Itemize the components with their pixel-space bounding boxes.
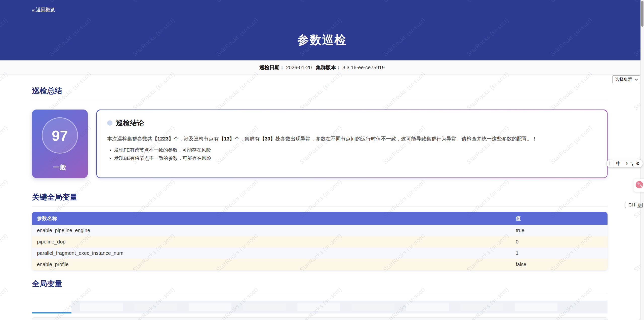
- param-value-cell: 0: [511, 236, 608, 247]
- conclusion-paragraph-segment: 个，涉及巡检节点有: [174, 136, 219, 141]
- conclusion-paragraph-segment: 本次巡检集群参数共: [107, 136, 152, 141]
- column-header-param-name: 参数名称: [32, 212, 511, 225]
- param-value-cell: true: [511, 225, 608, 236]
- table-row: enable_pipeline_enginetrue: [32, 225, 608, 236]
- punctuation-mode-icon[interactable]: °,: [630, 161, 633, 166]
- conclusion-paragraph-segment: 【13】: [219, 136, 234, 141]
- page-title: 参数巡检: [0, 32, 644, 48]
- section-title-summary: 巡检总结: [32, 86, 608, 100]
- conclusion-paragraph-segment: 个，集群有: [234, 136, 260, 141]
- conclusion-panel: 巡检结论 本次巡检集群参数共【1223】个，涉及巡检节点有【13】个，集群有【3…: [97, 110, 607, 177]
- watermark-text: StarRocks (sr-scct): [0, 124, 9, 166]
- moon-icon[interactable]: ☽: [624, 161, 628, 166]
- table-header-row: 参数名称 值: [32, 212, 608, 225]
- score-grade: 一般: [53, 163, 67, 171]
- page-scrollbar-thumb[interactable]: [641, 1, 643, 27]
- score-value: 97: [52, 127, 68, 144]
- tab-placeholder-strip: [71, 301, 608, 313]
- inspection-report-page: « 返回概览 参数巡检 巡检日期：2026-01-20 集群版本：3.3.16-…: [0, 0, 644, 320]
- score-card: 97 一般: [32, 110, 88, 178]
- tab-placeholder[interactable]: [80, 303, 123, 311]
- cluster-select[interactable]: 选择集群: [613, 76, 640, 83]
- tab-placeholder[interactable]: [243, 303, 286, 311]
- watermark-text: StarRocks (sr-scct): [0, 70, 9, 112]
- conclusion-paragraph-segment: 处参数出现异常，参数在不同节点间的运行时值不一致，这可能导致集群行为异常。请检查…: [275, 136, 537, 141]
- translate-en-glyph: A: [640, 184, 642, 188]
- global-vars-code-block: sys_log_roll_interval=DAYtablet_sched_co…: [32, 317, 608, 320]
- conclusion-title: 巡检结论: [116, 118, 144, 128]
- ime-status-bar: CH 拼: [625, 201, 644, 209]
- gear-icon[interactable]: ⚙: [636, 161, 640, 166]
- tab-placeholder[interactable]: [406, 303, 449, 311]
- conclusion-panel-border: 巡检结论 本次巡检集群参数共【1223】个，涉及巡检节点有【13】个，集群有【3…: [96, 110, 608, 178]
- conclusion-bullet: 发现FE有跨节点不一致的参数，可能存在风险: [114, 146, 597, 154]
- param-name-cell: enable_pipeline_engine: [32, 225, 511, 236]
- ime-language-indicator[interactable]: CH: [628, 202, 635, 208]
- watermark-text: StarRocks (sr-scct): [0, 286, 9, 320]
- code-content: sys_log_roll_interval=DAYtablet_sched_co…: [32, 318, 607, 320]
- tab-placeholder[interactable]: [352, 303, 394, 311]
- section-title-global-vars: 全局变量: [32, 279, 608, 293]
- score-circle: 97: [42, 117, 78, 154]
- tab-active[interactable]: [32, 301, 71, 313]
- tab-placeholder[interactable]: [297, 303, 340, 311]
- conclusion-paragraph-segment: 【30】: [260, 136, 275, 141]
- conclusion-paragraph: 本次巡检集群参数共【1223】个，涉及巡检节点有【13】个，集群有【30】处参数…: [107, 135, 597, 143]
- main-content: 巡检总结 97 一般 巡检结论 本次巡检集群参数共【1223】个，涉及巡检节点有…: [32, 86, 608, 320]
- watermark-text: StarRocks (sr-scct): [0, 286, 9, 320]
- ime-chinese-mode-button[interactable]: 中: [616, 161, 621, 166]
- summary-row: 97 一般 巡检结论 本次巡检集群参数共【1223】个，涉及巡检节点有【13】个…: [32, 110, 608, 178]
- global-vars-tabstrip: [32, 301, 608, 313]
- cluster-select-wrap: 选择集群: [613, 76, 640, 83]
- param-name-cell: pipeline_dop: [32, 236, 511, 247]
- key-vars-table: 参数名称 值 enable_pipeline_enginetruepipelin…: [32, 212, 608, 270]
- column-header-value: 值: [511, 212, 608, 225]
- table-row: pipeline_dop0: [32, 236, 608, 247]
- watermark-text: StarRocks (sr-scct): [0, 232, 9, 273]
- conclusion-paragraph-segment: 【1223】: [152, 136, 174, 141]
- translate-button[interactable]: 中 A: [636, 181, 643, 188]
- param-name-cell: enable_profile: [32, 259, 511, 270]
- conclusion-bullet-list: 发现FE有跨节点不一致的参数，可能存在风险发现BE有跨节点不一致的参数，可能存在…: [107, 146, 597, 163]
- conclusion-header: 巡检结论: [107, 118, 597, 128]
- watermark-text: StarRocks (sr-scct): [0, 178, 9, 220]
- drag-grip-icon[interactable]: [625, 202, 626, 208]
- conclusion-bullet: 发现BE有跨节点不一致的参数，可能存在风险: [114, 154, 597, 162]
- cluster-version-label: 集群版本：: [316, 64, 341, 71]
- translate-cn-glyph: 中: [637, 182, 640, 186]
- tab-placeholder[interactable]: [134, 303, 177, 311]
- tab-placeholder[interactable]: [515, 303, 557, 311]
- ime-caret-icon: [607, 161, 613, 165]
- tab-placeholder[interactable]: [460, 303, 503, 311]
- meta-bar: 巡检日期：2026-01-20 集群版本：3.3.16-ee-ce75919: [0, 60, 644, 75]
- param-name-cell: parallel_fragment_exec_instance_num: [32, 247, 511, 259]
- watermark-text: StarRocks (sr-scct): [0, 232, 9, 273]
- param-value-cell: false: [511, 259, 608, 270]
- param-value-cell: 1: [511, 247, 608, 259]
- cluster-version-value: 3.3.16-ee-ce75919: [342, 65, 385, 70]
- watermark-text: StarRocks (sr-scct): [0, 70, 9, 112]
- key-vars-table-wrap: 参数名称 值 enable_pipeline_enginetruepipelin…: [32, 212, 608, 270]
- section-title-key-vars: 关键全局变量: [32, 192, 608, 206]
- tab-placeholder[interactable]: [189, 303, 231, 311]
- table-row: parallel_fragment_exec_instance_num1: [32, 247, 608, 259]
- page-header: « 返回概览 参数巡检: [0, 0, 644, 60]
- inspection-date-label: 巡检日期：: [259, 64, 285, 71]
- watermark-text: StarRocks (sr-scct): [0, 124, 9, 166]
- ime-toolbar: 中 ☽ °, ⚙: [606, 159, 643, 168]
- conclusion-dot-icon: [107, 120, 112, 126]
- ime-scheme-indicator[interactable]: 拼: [637, 203, 643, 207]
- back-to-overview-link[interactable]: « 返回概览: [32, 7, 55, 13]
- translate-widget-card: 中 A: [633, 179, 644, 192]
- table-row: enable_profilefalse: [32, 259, 608, 270]
- inspection-date-value: 2026-01-20: [286, 65, 312, 70]
- watermark-text: StarRocks (sr-scct): [0, 178, 9, 220]
